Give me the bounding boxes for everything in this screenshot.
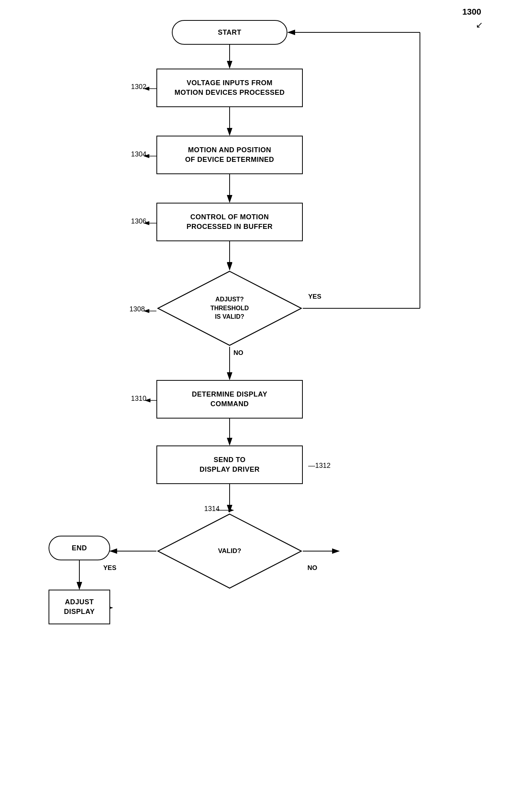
- node-1304-label: MOTION AND POSITIONOF DEVICE DETERMINED: [185, 145, 274, 165]
- node-1306: CONTROL OF MOTIONPROCESSED IN BUFFER: [156, 203, 303, 241]
- node-1306-label: CONTROL OF MOTIONPROCESSED IN BUFFER: [186, 212, 273, 232]
- node-1320-label: ADJUSTDISPLAY: [64, 597, 95, 617]
- node-1310-label: DETERMINE DISPLAYCOMMAND: [192, 390, 267, 409]
- start-terminal: START: [172, 20, 287, 45]
- flowchart-diagram: 1300 ↙ START 1302 VOLTAGE INPUTS FROMMOT…: [0, 0, 512, 812]
- ref-1302-arrow: [143, 86, 157, 92]
- ref-1308-arrow: [143, 308, 157, 314]
- node-1308-label: ADJUST?THRESHOLDIS VALID?: [156, 270, 303, 347]
- label-yes-1314: YES: [103, 564, 116, 572]
- ref-1306-arrow: [143, 220, 157, 226]
- node-1314-label: VALID?: [156, 513, 303, 590]
- label-no-1308: NO: [233, 349, 243, 357]
- node-1302: VOLTAGE INPUTS FROMMOTION DEVICES PROCES…: [156, 69, 303, 107]
- ref-1310-arrow: [144, 397, 157, 403]
- node-1302-label: VOLTAGE INPUTS FROMMOTION DEVICES PROCES…: [175, 78, 285, 98]
- ref-1304-arrow: [143, 153, 157, 159]
- label-no-1314: NO: [307, 564, 317, 572]
- end-label: END: [72, 544, 87, 552]
- node-1320: ADJUSTDISPLAY: [49, 590, 110, 624]
- node-1312-label: SEND TODISPLAY DRIVER: [200, 455, 260, 474]
- label-yes-1308: YES: [308, 293, 321, 301]
- node-1310: DETERMINE DISPLAYCOMMAND: [156, 380, 303, 419]
- end-terminal: END: [49, 536, 110, 560]
- node-1308-container: ADJUST?THRESHOLDIS VALID?: [156, 270, 303, 347]
- ref-1312: —1312: [308, 462, 331, 470]
- start-label: START: [218, 29, 241, 37]
- node-1312: SEND TODISPLAY DRIVER: [156, 446, 303, 484]
- ref-1308: 1308: [129, 305, 145, 313]
- node-1314-container: VALID?: [156, 513, 303, 590]
- node-1304: MOTION AND POSITIONOF DEVICE DETERMINED: [156, 136, 303, 174]
- fig-number-arrow: ↙: [476, 20, 483, 30]
- ref-1314-arrow: [216, 507, 234, 513]
- figure-number: 1300: [462, 7, 481, 17]
